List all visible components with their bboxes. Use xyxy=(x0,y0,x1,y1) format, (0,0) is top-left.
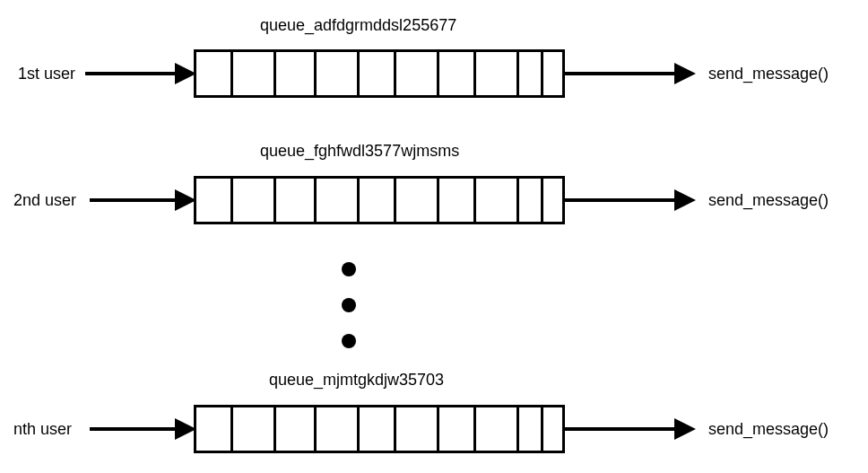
queue-label-2: queue_fghfwdl3577wjmsms xyxy=(260,142,459,161)
queue-box-2 xyxy=(194,176,565,224)
user-label-1: 1st user xyxy=(18,65,75,83)
svg-marker-5 xyxy=(674,418,696,440)
ellipsis-dot xyxy=(342,298,356,312)
send-label-1: send_message() xyxy=(708,65,829,83)
send-label-3: send_message() xyxy=(708,420,829,439)
svg-marker-3 xyxy=(674,189,696,211)
user-label-2: 2nd user xyxy=(13,191,76,210)
queue-label-3: queue_mjmtgkdjw35703 xyxy=(269,371,444,390)
svg-marker-1 xyxy=(674,63,696,84)
ellipsis-dot xyxy=(342,262,356,276)
queue-label-1: queue_adfdgrmddsl255677 xyxy=(260,16,456,35)
user-label-3: nth user xyxy=(13,420,72,439)
queue-box-3 xyxy=(194,405,565,453)
queue-box-1 xyxy=(194,49,565,98)
ellipsis-dot xyxy=(342,334,356,348)
send-label-2: send_message() xyxy=(708,191,829,210)
